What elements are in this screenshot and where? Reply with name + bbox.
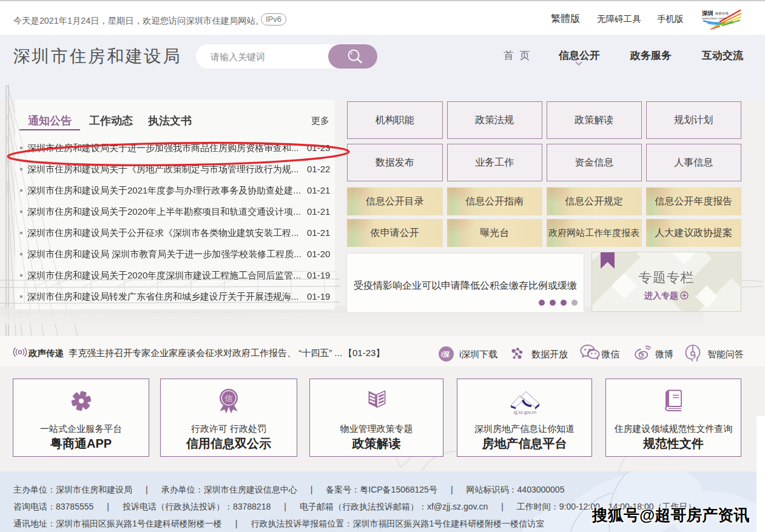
svg-text:zjj.sz.gov.cn: zjj.sz.gov.cn	[513, 410, 536, 415]
svg-text:政府在线: 政府在线	[715, 12, 729, 15]
svg-text:SHENZHEN CHINA: SHENZHEN CHINA	[702, 17, 726, 20]
svg-text:信: 信	[224, 394, 233, 403]
svg-text:深圳: 深圳	[701, 10, 713, 16]
